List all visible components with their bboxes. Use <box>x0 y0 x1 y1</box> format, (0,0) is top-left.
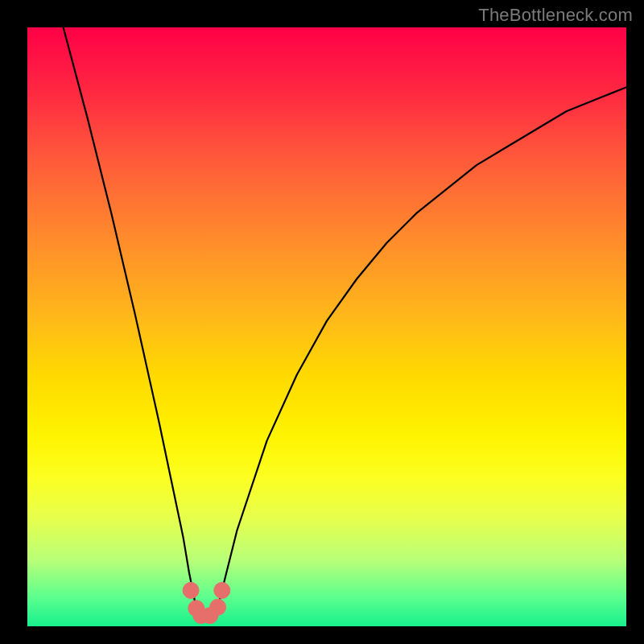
watermark-text: TheBottleneck.com <box>478 5 633 26</box>
curve-marker <box>214 582 230 598</box>
bottleneck-curve <box>64 27 626 617</box>
curve-marker <box>183 582 199 598</box>
curve-overlay <box>27 27 626 626</box>
plot-area <box>27 27 626 626</box>
marker-cluster <box>183 582 230 623</box>
chart-frame: TheBottleneck.com <box>0 0 644 644</box>
curve-marker <box>210 599 226 615</box>
